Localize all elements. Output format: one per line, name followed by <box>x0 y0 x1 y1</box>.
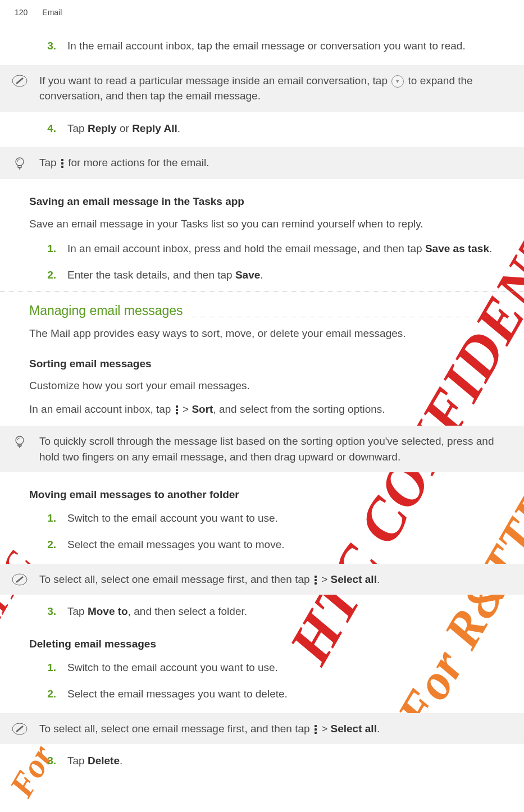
step-number: 3. <box>45 604 56 619</box>
expand-chevron-icon: ▾ <box>391 75 404 88</box>
note-body: To select all, select one email message … <box>39 572 504 587</box>
step-number: 2. <box>45 537 56 553</box>
divider <box>189 317 524 317</box>
step-number: 3. <box>45 38 56 54</box>
tip-more-actions: Tap for more actions for the email. <box>0 147 524 179</box>
step-1-save-task: 1. In an email account inbox, press and … <box>29 238 504 264</box>
step-text: In the email account inbox, tap the emai… <box>67 38 504 54</box>
step-2-enter-details: 2. Enter the task details, and then tap … <box>29 264 504 291</box>
step-number: 2. <box>45 267 56 283</box>
section-managing-email: Managing email messages <box>29 291 183 323</box>
more-options-icon <box>61 159 63 168</box>
sorting-intro: Customize how you sort your email messag… <box>29 376 504 399</box>
step-text: Select the email messages you want to mo… <box>67 537 504 553</box>
heading-sorting: Sorting email messages <box>29 347 504 376</box>
step-1-switch-account-delete: 1. Switch to the email account you want … <box>29 656 504 683</box>
step-3-delete: 3. Tap Delete. <box>29 750 504 777</box>
section-title: Email <box>42 7 62 18</box>
saving-intro: Save an email message in your Tasks list… <box>29 214 504 238</box>
pencil-icon <box>10 572 29 586</box>
step-number: 1. <box>45 660 56 676</box>
step-text: Tap Move to, and then select a folder. <box>67 604 504 619</box>
step-number: 1. <box>45 241 56 257</box>
more-options-icon <box>315 576 317 585</box>
note-body: If you want to read a particular message… <box>39 73 504 104</box>
lightbulb-icon <box>10 155 29 171</box>
note-select-all-move: To select all, select one email message … <box>0 564 524 595</box>
step-3-read-email: 3. In the email account inbox, tap the e… <box>29 35 504 62</box>
step-2-select-messages: 2. Select the email messages you want to… <box>29 533 504 560</box>
step-4-reply: 4. Tap Reply or Reply All. <box>29 117 504 144</box>
tip-body: To quickly scroll through the message li… <box>39 434 504 464</box>
step-number: 3. <box>45 753 56 769</box>
page-header: 120 Email <box>0 0 524 18</box>
tip-body: Tap for more actions for the email. <box>39 155 504 171</box>
note-select-all-delete: To select all, select one email message … <box>0 713 524 745</box>
note-body: To select all, select one email message … <box>39 721 504 737</box>
managing-intro: The Mail app provides easy ways to sort,… <box>29 323 504 347</box>
pencil-icon <box>10 721 29 735</box>
step-number: 4. <box>45 121 56 136</box>
step-text: Enter the task details, and then tap Sav… <box>67 267 504 283</box>
step-number: 2. <box>45 686 56 702</box>
page-number: 120 <box>15 7 28 18</box>
pencil-icon <box>10 73 29 87</box>
note-expand-conversation: If you want to read a particular message… <box>0 65 524 112</box>
step-number: 1. <box>45 510 56 526</box>
step-text: In an email account inbox, press and hol… <box>67 241 504 257</box>
heading-saving-tasks: Saving an email message in the Tasks app <box>29 185 504 214</box>
step-1-switch-account: 1. Switch to the email account you want … <box>29 507 504 534</box>
step-2-select-messages-delete: 2. Select the email messages you want to… <box>29 683 504 710</box>
step-text: Switch to the email account you want to … <box>67 510 504 526</box>
step-text: Select the email messages you want to de… <box>67 686 504 702</box>
more-options-icon <box>176 405 178 414</box>
step-text: Tap Reply or Reply All. <box>67 121 504 136</box>
step-text: Tap Delete. <box>67 753 504 769</box>
step-text: Switch to the email account you want to … <box>67 660 504 676</box>
heading-deleting: Deleting email messages <box>29 627 504 656</box>
sorting-instruction: In an email account inbox, tap > Sort, a… <box>29 399 504 423</box>
heading-moving: Moving email messages to another folder <box>29 478 504 507</box>
more-options-icon <box>315 725 317 734</box>
svg-point-2 <box>16 436 24 444</box>
lightbulb-icon <box>10 434 29 450</box>
tip-scroll-sort: To quickly scroll through the message li… <box>0 426 524 472</box>
step-3-move-to: 3. Tap Move to, and then select a folder… <box>29 600 504 627</box>
svg-point-1 <box>16 158 24 166</box>
